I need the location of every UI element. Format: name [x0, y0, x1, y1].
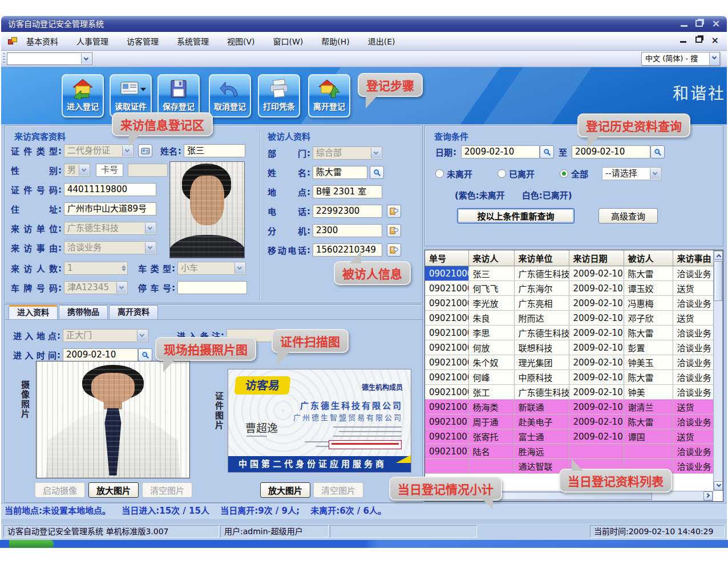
calendar-picker-icon[interactable] [540, 145, 554, 158]
table-cell[interactable]: 090210010 [425, 400, 468, 414]
table-cell[interactable]: 洽谈业务 [673, 296, 714, 311]
col-header[interactable]: 单号 [425, 250, 468, 266]
table-cell[interactable]: 赴美电子 [514, 414, 569, 429]
table-cell[interactable]: 2009-02-10 [569, 311, 624, 326]
chevron-down-icon[interactable] [140, 88, 146, 91]
cert-type-select[interactable]: 二代身份证 [64, 144, 134, 157]
table-cell[interactable]: 何峰 [468, 370, 514, 385]
menu-view[interactable]: 视图(V) [225, 34, 257, 48]
table-cell[interactable] [569, 444, 624, 459]
table-row[interactable]: 090210002何飞飞广东海尔2009-02-10谭玉姣送货 [425, 281, 714, 296]
table-row[interactable]: 090210009张工广东德生科技2009-02-10钟美洽谈业务 [425, 385, 714, 400]
scroll-down-icon[interactable] [714, 481, 723, 490]
chevron-down-icon[interactable] [145, 223, 155, 234]
table-cell[interactable]: 邓子欣 [624, 311, 673, 326]
zoom-card-button[interactable]: 放大图片 [260, 482, 310, 498]
table-cell[interactable]: 2009-02-10 [569, 340, 624, 355]
scrollbar-thumb[interactable] [714, 261, 722, 301]
phone-message-icon[interactable] [387, 205, 401, 218]
read-card-button[interactable]: 读取证件 [110, 74, 152, 117]
menu-hr[interactable]: 人事管理 [74, 34, 111, 48]
chevron-down-icon[interactable] [371, 148, 381, 158]
table-cell[interactable] [468, 459, 514, 474]
table-cell[interactable]: 洽谈业务 [673, 340, 714, 355]
vertical-scrollbar[interactable] [713, 250, 723, 491]
table-cell[interactable]: 2009-02-10 [569, 326, 624, 340]
save-register-button[interactable]: 保存登记 [157, 74, 200, 117]
chevron-down-icon[interactable] [122, 145, 132, 156]
menu-visitor[interactable]: 访客管理 [124, 34, 161, 48]
enter-register-button[interactable]: 进入登记 [62, 74, 104, 117]
table-cell[interactable]: 广东德生科技 [514, 266, 569, 281]
table-cell[interactable]: 090210002 [425, 281, 468, 296]
table-row[interactable]: 090210008何峰中原科技2009-02-10陈大雷洽谈业务 [425, 370, 714, 385]
col-header[interactable]: 来访单位 [514, 250, 569, 266]
table-cell[interactable]: 090210001 [425, 266, 468, 281]
menu-window[interactable]: 窗口(W) [271, 34, 306, 48]
table-cell[interactable]: 090210008 [425, 370, 468, 385]
leave-register-button[interactable]: 离开登记 [308, 74, 350, 117]
table-cell[interactable]: 2009-02-10 [569, 385, 624, 400]
table-cell[interactable]: 杨海类 [468, 400, 514, 414]
table-cell[interactable]: 谭国 [624, 429, 673, 444]
table-cell[interactable]: 送货 [673, 400, 714, 414]
table-cell[interactable]: 谭玉姣 [624, 281, 673, 296]
parking-input[interactable] [177, 281, 247, 294]
scroll-right-icon[interactable] [703, 491, 713, 501]
table-cell[interactable]: 朱良 [468, 311, 514, 326]
table-cell[interactable]: 冯惠梅 [624, 296, 673, 311]
table-cell[interactable]: 090210007 [425, 355, 468, 370]
visit-unit-select[interactable]: 广东德生科技 [64, 222, 156, 235]
chevron-down-icon[interactable] [79, 165, 89, 176]
table-cell[interactable]: 广东亮相 [514, 296, 569, 311]
table-cell[interactable]: 2009-02-10 [569, 281, 624, 296]
calendar-picker-icon[interactable] [138, 348, 152, 361]
table-cell[interactable]: 彭置 [624, 340, 673, 355]
date-from-input[interactable]: 2009-02-10 [461, 145, 540, 158]
menu-system[interactable]: 系统管理 [175, 34, 211, 48]
col-header[interactable]: 来访日期 [569, 250, 624, 266]
table-cell[interactable]: 陆名 [468, 444, 514, 459]
chevron-down-icon[interactable] [650, 168, 660, 179]
radio-not-left[interactable] [435, 169, 444, 178]
table-cell[interactable]: 理光集团 [514, 355, 569, 370]
phone-message-icon[interactable] [387, 243, 401, 257]
table-cell[interactable]: 090210006 [425, 340, 468, 355]
calendar-picker-icon[interactable] [650, 145, 665, 158]
date-to-input[interactable]: 2009-02-10 [572, 145, 650, 158]
scroll-up-icon[interactable] [714, 251, 723, 260]
table-cell[interactable]: 富士通 [514, 429, 569, 444]
table-cell[interactable]: 090210011 [425, 414, 468, 429]
table-cell[interactable]: 陈大雷 [624, 326, 673, 340]
visitor-name-input[interactable]: 张三 [184, 144, 245, 157]
tab-entry-info[interactable]: 进入资料 [9, 305, 58, 319]
toolbar-grip[interactable] [3, 53, 5, 64]
table-cell[interactable]: 联想科技 [514, 340, 569, 355]
phone-input[interactable]: 22992300 [313, 205, 382, 218]
table-cell[interactable]: 2009-02-10 [569, 429, 624, 444]
col-header[interactable]: 被访人 [624, 250, 673, 266]
taskbar[interactable] [0, 540, 728, 548]
chevron-down-icon[interactable] [234, 263, 245, 274]
address-input[interactable]: 广州市中山大道89号 [64, 202, 156, 216]
zoom-photo-button[interactable]: 放大图片 [88, 482, 139, 498]
cancel-register-button[interactable]: 取消登记 [209, 74, 251, 117]
table-cell[interactable]: 周于通 [468, 414, 514, 429]
table-cell[interactable]: 钟美玉 [624, 355, 673, 370]
chevron-down-icon[interactable] [137, 330, 147, 341]
table-cell[interactable] [425, 459, 468, 474]
table-row[interactable]: 090210007朱个奴理光集团2009-02-10钟美玉洽谈业务 [425, 355, 714, 370]
quick-combo[interactable] [7, 52, 92, 65]
table-cell[interactable]: 何放 [468, 340, 514, 355]
entry-time-input[interactable]: 2009-02-10 10:16 [63, 348, 138, 361]
table-cell[interactable]: 陈大雷 [624, 266, 673, 281]
plate-select[interactable]: 津A12345 [64, 281, 128, 294]
gender-select[interactable]: 男 [64, 164, 90, 177]
mdi-close-icon[interactable]: × [711, 36, 719, 44]
table-cell[interactable]: 洽谈业务 [673, 444, 714, 459]
table-row[interactable]: 090210006何放联想科技2009-02-10彭置洽谈业务 [425, 340, 714, 355]
print-slip-button[interactable]: 打印凭条 [258, 74, 300, 117]
table-cell[interactable]: 钟美 [624, 385, 673, 400]
filter-select[interactable]: --请选择 [602, 167, 661, 180]
search-icon[interactable] [370, 166, 384, 179]
